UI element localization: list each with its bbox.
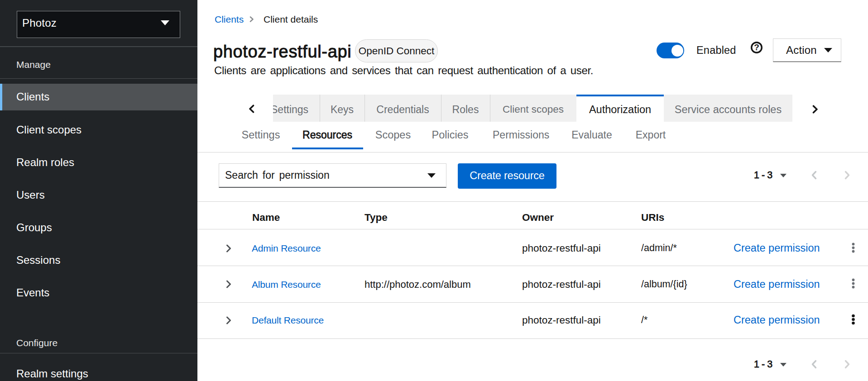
svg-text:?: ? [754, 43, 759, 52]
